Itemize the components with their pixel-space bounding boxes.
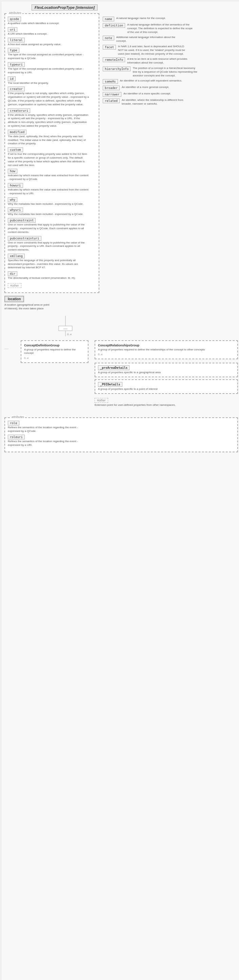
prop-desc-sameAs: An identifier of a concept with equivale…: [120, 79, 182, 83]
poi-name: _POIDetails: [98, 382, 122, 387]
poi-desc: A group of properties specific to a poin…: [98, 387, 234, 391]
concept-def-desc: A group of properties required to define…: [24, 348, 85, 356]
attr-row-whyuri: whyuri Why the metadata has been include…: [8, 207, 96, 216]
attr-row-creatoruri: creatoruri If the attribute is empty, sp…: [8, 108, 96, 128]
concept-rel-desc: A group of properties required to define…: [98, 348, 234, 352]
right-panel: name A natural language name for the con…: [103, 13, 238, 311]
attr-tag-pubconstraint: pubconstraint: [8, 218, 36, 223]
attr-desc-id: The local identifier of the property.: [8, 81, 89, 85]
attr-desc-literal: A free-text value assigned as property v…: [8, 43, 89, 46]
attr-row-pubconstrainturi: pubconstrainturi One or more constraints…: [8, 236, 96, 252]
svg-text:----: ----: [63, 327, 68, 330]
geo-area-desc: A group of properties specific to a geog…: [98, 371, 234, 375]
prop-tag-name: name: [103, 17, 114, 21]
attributes-label: attributes: [8, 11, 22, 14]
attr-tag-custom: custom: [8, 147, 23, 152]
bottom-attr-row-roleuri: roleuri Refines the semantics of the loc…: [8, 435, 234, 447]
bottom-attr-desc-roleuri: Refines the semantics of the location re…: [8, 440, 89, 447]
any-other-right: #other: [95, 398, 108, 403]
attr-desc-creator: If the property value is not empty, spec…: [8, 92, 89, 106]
prop-desc-note: Additional natural language information …: [116, 36, 184, 43]
bottom-attrs-box: attributes role Refines the semantics of…: [5, 417, 238, 452]
attr-desc-pubconstrainturi: One or more constraints that apply to pu…: [8, 241, 89, 252]
bottom-attr-desc-role: Refines the semantics of the location re…: [8, 426, 89, 433]
attr-tag-literal: literal: [8, 38, 25, 43]
attr-tag-pubconstrainturi: pubconstrainturi: [8, 236, 41, 241]
attr-row-uri: uri A URI which identifies a concept.: [8, 27, 96, 36]
attr-row-how: how Indicates by which means the value w…: [8, 169, 96, 181]
prop-row-related: related An identifier, where the relatio…: [103, 99, 238, 106]
prop-row-definition: definition A natural language definition…: [103, 23, 238, 34]
attr-tag-dir: dir: [8, 271, 17, 276]
page-title: FlexLocationPropType [intension]: [32, 5, 98, 11]
svg-text:0..e: 0..e: [67, 333, 72, 336]
relationships-right-area: ConceptRelationshipsGroup A group of pro…: [91, 340, 238, 407]
prop-desc-name: A natural language name for the concept.: [116, 17, 166, 21]
geo-area-name: _proAreaDetails: [98, 365, 130, 370]
prop-tag-narrower: narrower: [103, 92, 121, 97]
diagram-outer: FlexLocationPropType [intension] attribu…: [0, 0, 239, 980]
prop-desc-hierarchyInfo: The position of a concept in a hierarchi…: [133, 67, 200, 78]
title-area: FlexLocationPropType [intension]: [5, 5, 238, 11]
attr-row-xmllang: xmllang Specifies the language of this p…: [8, 254, 96, 270]
poi-box: _POIDetails A group of properties specif…: [95, 379, 238, 394]
concept-rel-title: ConceptRelationshipsGroup: [98, 344, 234, 347]
prop-desc-broader: An identifier of a more general concept.: [122, 86, 169, 89]
attr-row-qcode: qcode A qualified code which identifies …: [8, 17, 96, 25]
prop-row-facet: facet In NAR 1.8 and later, facet is dep…: [103, 45, 238, 56]
prop-row-note: note Additional natural language informa…: [103, 36, 238, 43]
prop-tag-facet: facet: [103, 45, 116, 49]
concept-rel-box: ConceptRelationshipsGroup A group of pro…: [95, 340, 238, 360]
prop-row-hierarchyInfo: hierarchyInfo The position of a concept …: [103, 67, 238, 78]
attr-row-custom: custom If set to true the corresponding …: [8, 147, 96, 167]
attr-tag-whyuri: whyuri: [8, 207, 23, 212]
attr-row-why: why Why the metadata has been included -…: [8, 197, 96, 206]
attr-row-literal: literal A free-text value assigned as pr…: [8, 38, 96, 46]
attr-desc-typeuri: The type of the concept assigned as cont…: [8, 67, 89, 75]
prop-tag-note: note: [103, 36, 114, 40]
prop-tag-broader: broader: [103, 86, 120, 90]
attr-row-id: id The local identifier of the property.: [8, 76, 96, 85]
prop-row-narrower: narrower An identifier of a more specifi…: [103, 92, 238, 97]
attr-tag-creatoruri: creatoruri: [8, 108, 30, 113]
attr-row-typeuri: typeuri The type of the concept assigned…: [8, 62, 96, 75]
attr-desc-whyuri: Why the metadata has been included - exp…: [8, 213, 89, 216]
connector-area-1: ---- 0..e: [38, 316, 238, 337]
attr-desc-howuri: Indicates by which means the value was e…: [8, 188, 89, 196]
attr-tag-creator: creator: [8, 87, 25, 91]
attr-tag-id: id: [8, 76, 16, 81]
attributes-container: qcode A qualified code which identifies …: [8, 17, 96, 280]
attr-desc-how: Indicates by which means the value was e…: [8, 174, 89, 181]
any-other-right-area: #other Extension point for user-defined …: [95, 397, 238, 407]
prop-row-sameAs: sameAs An identifier of a concept with e…: [103, 79, 238, 84]
prop-row-broader: broader An identifier of a more general …: [103, 86, 238, 90]
attr-tag-uri: uri: [8, 27, 17, 32]
attr-desc-dir: The directionality of textual content (e…: [8, 277, 89, 280]
concept-section: ---- ConceptDefinitionGroup A group of p…: [5, 340, 238, 407]
prop-tag-remoteInfo: remoteInfo: [103, 57, 125, 62]
prop-desc-definition: A natural language definition of the sem…: [127, 23, 195, 34]
attr-desc-qcode: A qualified code which identifies a conc…: [8, 22, 89, 25]
attr-tag-type: type: [8, 48, 19, 52]
bottom-attr-tag-roleuri: roleuri: [8, 435, 25, 439]
attr-row-modified: modified The date (and, optionally, the …: [8, 130, 96, 146]
attr-desc-why: Why the metadata has been included - exp…: [8, 202, 89, 206]
left-panel: attributes qcode A qualified code which …: [5, 13, 99, 311]
attr-desc-pubconstraint: One or more constraints that apply to pu…: [8, 223, 89, 234]
attr-tag-typeuri: typeuri: [8, 62, 25, 67]
top-section: attributes qcode A qualified code which …: [5, 13, 238, 311]
attr-row-pubconstraint: pubconstraint One or more constraints th…: [8, 218, 96, 234]
attr-tag-xmllang: xmllang: [8, 254, 25, 258]
any-other-left-row: #other: [8, 282, 96, 288]
sub-boxes: _proAreaDetails A group of properties sp…: [95, 363, 238, 394]
prop-desc-related: An identifier, where the relationship is…: [122, 99, 190, 106]
bottom-attributes-container: role Refines the semantics of the locati…: [8, 421, 234, 447]
bottom-attr-row-role: role Refines the semantics of the locati…: [8, 421, 234, 433]
attr-row-howuri: howuri Indicates by which means the valu…: [8, 183, 96, 196]
concept-def-mult: 0..e: [24, 356, 85, 360]
attr-tag-how: how: [8, 169, 17, 173]
attr-desc-type: The type of the concept assigned as cont…: [8, 53, 89, 60]
props-container: name A natural language name for the con…: [103, 13, 238, 106]
attr-desc-modified: The date (and, optionally, the time) whe…: [8, 135, 89, 146]
attr-row-type: type The type of the concept assigned as…: [8, 48, 96, 60]
